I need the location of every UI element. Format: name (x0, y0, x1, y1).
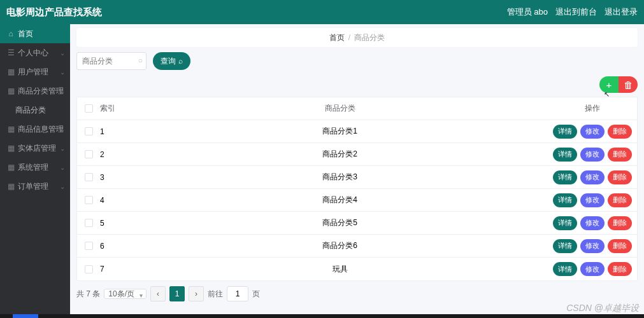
detail-button[interactable]: 详情 (553, 170, 577, 184)
chevron-down-icon: ⌄ (60, 183, 65, 190)
row-index: 5 (100, 219, 132, 228)
select-all-checkbox[interactable] (85, 104, 93, 113)
pagination: 共 7 条 10条/页 ‹ 1 › 前往 页 (76, 286, 638, 301)
sidebar-item-0[interactable]: ⌂首页 (0, 24, 70, 43)
sidebar-item-label: 商品分类 (15, 105, 46, 116)
table-row: 3商品分类3详情修改删除 (77, 166, 637, 189)
row-checkbox[interactable] (85, 150, 93, 158)
search-row: ○ 查询 ⌕ (76, 52, 638, 70)
sidebar-item-label: 首页 (18, 29, 33, 39)
chevron-down-icon: ⌄ (60, 145, 65, 152)
sidebar-item-label: 商品信息管理 (18, 124, 64, 135)
delete-button[interactable]: 删除 (608, 125, 632, 139)
row-category: 玩具 (132, 264, 548, 275)
delete-button[interactable]: 删除 (608, 216, 632, 230)
sidebar-item-7[interactable]: ▦系统管理⌄ (0, 158, 70, 177)
row-checkbox[interactable] (85, 242, 93, 250)
sidebar-item-6[interactable]: ▦实体店管理⌄ (0, 139, 70, 158)
sidebar-item-4[interactable]: 商品分类 (0, 100, 70, 120)
row-checkbox[interactable] (85, 127, 93, 135)
edit-button[interactable]: 修改 (580, 148, 605, 162)
header-actions: 管理员 abo 退出到前台 退出登录 (507, 6, 638, 18)
edit-button[interactable]: 修改 (580, 125, 605, 139)
menu-icon: ▦ (6, 182, 15, 191)
edit-button[interactable]: 修改 (580, 262, 605, 276)
breadcrumb-home[interactable]: 首页 (329, 32, 345, 43)
logout-link[interactable]: 退出登录 (605, 6, 638, 18)
sidebar-nav: ⌂首页☰个人中心⌄▦用户管理⌄▦商品分类管理⌄商品分类▦商品信息管理⌄▦实体店管… (0, 24, 70, 318)
row-index: 6 (100, 242, 132, 251)
goto-label: 前往 (208, 289, 223, 300)
category-table: 索引 商品分类 操作 1商品分类1详情修改删除2商品分类2详情修改删除3商品分类… (76, 97, 638, 281)
sidebar-item-1[interactable]: ☰个人中心⌄ (0, 43, 70, 62)
sidebar-item-label: 商品分类管理 (18, 86, 64, 97)
edit-button[interactable]: 修改 (580, 170, 605, 184)
trash-icon: 🗑 (624, 80, 633, 90)
header-category: 商品分类 (132, 103, 548, 114)
row-index: 1 (100, 127, 132, 136)
detail-button[interactable]: 详情 (553, 262, 577, 276)
delete-button[interactable]: 删除 (608, 170, 632, 184)
circle-icon: ○ (138, 56, 143, 65)
search-icon: ⌕ (178, 57, 183, 66)
menu-icon: ▦ (6, 67, 15, 76)
row-index: 4 (100, 196, 132, 205)
edit-button[interactable]: 修改 (580, 239, 605, 253)
row-index: 2 (100, 150, 132, 159)
menu-icon: ▦ (6, 125, 15, 134)
sidebar-item-label: 用户管理 (18, 67, 48, 78)
main-content: 首页 / 商品分类 ○ 查询 ⌕ + 🗑 ↖ 索引 (70, 24, 644, 318)
detail-button[interactable]: 详情 (553, 193, 577, 207)
menu-icon: ▦ (6, 86, 15, 95)
delete-button[interactable]: 删除 (608, 148, 632, 162)
exit-to-front-link[interactable]: 退出到前台 (555, 6, 597, 18)
row-category: 商品分类2 (132, 149, 548, 160)
detail-button[interactable]: 详情 (553, 216, 577, 230)
delete-button[interactable]: 删除 (608, 239, 632, 253)
category-search-input[interactable] (76, 52, 147, 70)
next-page-button[interactable]: › (189, 286, 204, 301)
chevron-down-icon: ⌄ (60, 69, 65, 76)
delete-button[interactable]: 删除 (608, 193, 632, 207)
page-unit: 页 (252, 289, 260, 300)
header-ops: 操作 (548, 103, 637, 114)
page-size-select[interactable]: 10条/页 (104, 289, 147, 299)
row-checkbox[interactable] (85, 173, 93, 181)
detail-button[interactable]: 详情 (553, 148, 577, 162)
chevron-down-icon: ⌄ (60, 88, 65, 95)
delete-button[interactable]: 删除 (608, 262, 632, 276)
table-row: 6商品分类6详情修改删除 (77, 235, 637, 258)
row-index: 3 (100, 173, 132, 182)
search-button-label: 查询 (161, 56, 176, 67)
table-row: 7玩具详情修改删除 (77, 258, 637, 280)
plus-icon: + (606, 80, 612, 90)
sidebar-item-2[interactable]: ▦用户管理⌄ (0, 62, 70, 81)
row-checkbox[interactable] (85, 219, 93, 227)
prev-page-button[interactable]: ‹ (150, 286, 166, 301)
detail-button[interactable]: 详情 (553, 125, 577, 139)
admin-label[interactable]: 管理员 abo (507, 6, 548, 18)
breadcrumb-current: 商品分类 (354, 32, 385, 43)
row-checkbox[interactable] (85, 196, 93, 204)
menu-icon: ☰ (6, 48, 15, 57)
pagination-total: 共 7 条 (76, 289, 100, 300)
bulk-delete-button[interactable]: 🗑 (619, 76, 638, 93)
watermark: CSDN @卓越毕设 (566, 303, 639, 314)
sidebar-item-5[interactable]: ▦商品信息管理⌄ (0, 120, 70, 139)
detail-button[interactable]: 详情 (553, 239, 577, 253)
breadcrumb-separator: / (348, 33, 350, 42)
goto-page-input[interactable] (227, 286, 248, 301)
page-number-1[interactable]: 1 (169, 286, 185, 301)
row-index: 7 (100, 265, 132, 273)
row-category: 商品分类5 (132, 218, 548, 228)
row-checkbox[interactable] (85, 265, 93, 273)
chevron-down-icon: ⌄ (60, 126, 65, 133)
sidebar-item-3[interactable]: ▦商品分类管理⌄ (0, 81, 70, 100)
edit-button[interactable]: 修改 (580, 216, 605, 230)
sidebar-item-8[interactable]: ▦订单管理⌄ (0, 177, 70, 196)
search-button[interactable]: 查询 ⌕ (153, 52, 190, 70)
action-bar: + 🗑 ↖ (76, 76, 638, 93)
cursor-icon: ↖ (604, 90, 610, 99)
edit-button[interactable]: 修改 (580, 193, 605, 207)
table-row: 2商品分类2详情修改删除 (77, 143, 637, 166)
